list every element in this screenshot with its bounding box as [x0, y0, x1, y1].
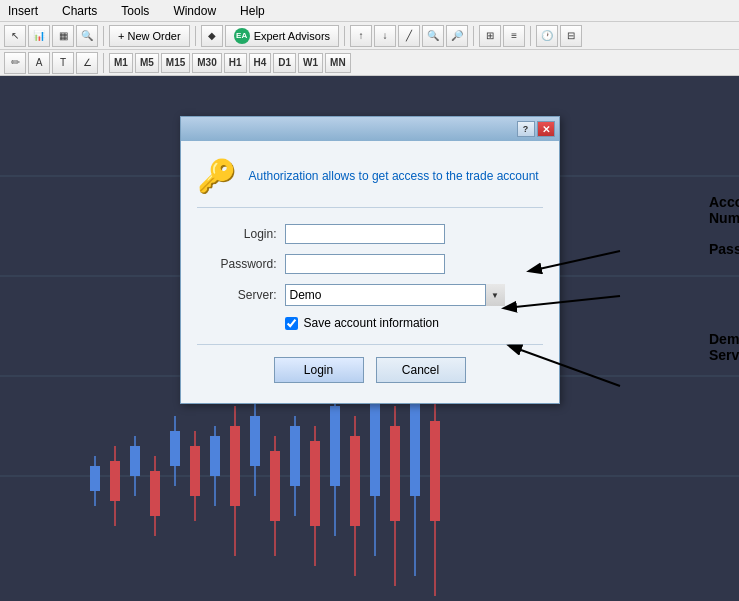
password-label-annotation: Password [709, 241, 739, 257]
tb-diamond-btn[interactable]: ◆ [201, 25, 223, 47]
server-row: Server: Demo ▼ [197, 284, 543, 306]
close-button[interactable]: ✕ [537, 121, 555, 137]
separator1 [103, 26, 104, 46]
login-label: Login: [197, 227, 277, 241]
menu-help[interactable]: Help [236, 2, 269, 20]
tb-chart-btn[interactable]: 📊 [28, 25, 50, 47]
timeframe-m30[interactable]: M30 [192, 53, 221, 73]
tb-up-btn[interactable]: ↑ [350, 25, 372, 47]
new-order-button[interactable]: + New Order [109, 25, 190, 47]
tb-arrow-btn[interactable]: ↖ [4, 25, 26, 47]
menu-charts[interactable]: Charts [58, 2, 101, 20]
timeframe-m1[interactable]: M1 [109, 53, 133, 73]
keys-icon: 🔑 [197, 157, 237, 195]
server-label: Server: [197, 288, 277, 302]
help-button[interactable]: ? [517, 121, 535, 137]
tb-bars-btn[interactable]: ≡ [503, 25, 525, 47]
tb-extra-btn[interactable]: ⊟ [560, 25, 582, 47]
expert-advisors-button[interactable]: EA Expert Advisors [225, 25, 339, 47]
password-input[interactable] [285, 254, 445, 274]
separator-tf [103, 53, 104, 73]
new-order-icon: + [118, 30, 124, 42]
separator3 [344, 26, 345, 46]
dialog-divider [197, 344, 543, 345]
login-input[interactable] [285, 224, 445, 244]
password-label: Password: [197, 257, 277, 271]
server-select-wrap: Demo ▼ [285, 284, 505, 306]
account-number-label: Account Number [709, 194, 739, 226]
dialog-titlebar: ? ✕ [181, 117, 559, 141]
login-button[interactable]: Login [274, 357, 364, 383]
expert-advisors-label: Expert Advisors [254, 30, 330, 42]
timeframe-h4[interactable]: H4 [249, 53, 272, 73]
tb-pencil-btn[interactable]: ✏ [4, 52, 26, 74]
new-order-label: New Order [127, 30, 180, 42]
demo-server-label: Demo Server [709, 331, 739, 363]
server-select[interactable]: Demo [285, 284, 505, 306]
dialog-body: 🔑 Authorization allows to get access to … [181, 141, 559, 403]
tb-fontsize-btn[interactable]: A [28, 52, 50, 74]
separator4 [473, 26, 474, 46]
tb-zoom-out-btn[interactable]: 🔎 [446, 25, 468, 47]
tb-props-btn[interactable]: ⊞ [479, 25, 501, 47]
dialog-overlay: ? ✕ 🔑 Authorization allows to get access… [0, 76, 739, 601]
timeframe-d1[interactable]: D1 [273, 53, 296, 73]
expert-icon: EA [234, 28, 250, 44]
timeframe-m5[interactable]: M5 [135, 53, 159, 73]
dialog-description: Authorization allows to get access to th… [249, 169, 539, 183]
chart-area: ? ✕ 🔑 Authorization allows to get access… [0, 76, 739, 601]
separator2 [195, 26, 196, 46]
timeframe-m15[interactable]: M15 [161, 53, 190, 73]
timeframe-w1[interactable]: W1 [298, 53, 323, 73]
tb-angle-btn[interactable]: ∠ [76, 52, 98, 74]
tb-clock-btn[interactable]: 🕐 [536, 25, 558, 47]
toolbar2: ✏ A T ∠ M1 M5 M15 M30 H1 H4 D1 W1 MN [0, 50, 739, 76]
login-dialog: ? ✕ 🔑 Authorization allows to get access… [180, 116, 560, 404]
save-checkbox[interactable] [285, 317, 298, 330]
tb-down-btn[interactable]: ↓ [374, 25, 396, 47]
tb-zoom-btn[interactable]: 🔍 [76, 25, 98, 47]
save-row: Save account information [285, 316, 543, 330]
tb-line-btn[interactable]: ╱ [398, 25, 420, 47]
menu-window[interactable]: Window [169, 2, 220, 20]
tb-text-btn[interactable]: T [52, 52, 74, 74]
timeframe-h1[interactable]: H1 [224, 53, 247, 73]
cancel-button[interactable]: Cancel [376, 357, 466, 383]
login-row: Login: [197, 224, 543, 244]
save-label: Save account information [304, 316, 439, 330]
menu-insert[interactable]: Insert [4, 2, 42, 20]
tb-grid-btn[interactable]: ▦ [52, 25, 74, 47]
password-row: Password: [197, 254, 543, 274]
tb-zoom-in-btn[interactable]: 🔍 [422, 25, 444, 47]
toolbar1: ↖ 📊 ▦ 🔍 + New Order ◆ EA Expert Advisors… [0, 22, 739, 50]
dialog-header: 🔑 Authorization allows to get access to … [197, 157, 543, 208]
separator5 [530, 26, 531, 46]
menu-tools[interactable]: Tools [117, 2, 153, 20]
dialog-buttons: Login Cancel [197, 357, 543, 387]
timeframe-mn[interactable]: MN [325, 53, 351, 73]
menu-bar: Insert Charts Tools Window Help [0, 0, 739, 22]
